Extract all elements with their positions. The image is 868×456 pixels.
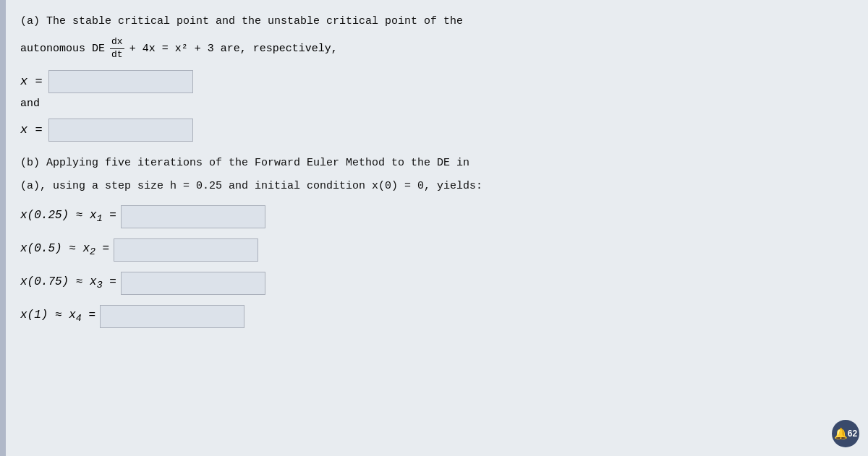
- x-unstable-input[interactable]: [48, 119, 193, 142]
- autonomous-de-label: autonomous DE: [20, 43, 105, 55]
- euler-row-x1: x(0.25) ≈ x1 =: [20, 205, 846, 228]
- left-sidebar-bar: [0, 0, 6, 456]
- stable-critical-point-row: x =: [20, 70, 846, 93]
- euler-label-x4: x(1) ≈ x4 =: [20, 309, 95, 324]
- fraction-numerator: dx: [110, 36, 124, 49]
- euler-input-x4[interactable]: [100, 305, 244, 328]
- euler-input-x2[interactable]: [114, 238, 258, 262]
- section-a: (a) The stable critical point and the un…: [20, 13, 846, 142]
- x-unstable-label: x =: [20, 123, 43, 137]
- euler-input-x3[interactable]: [121, 272, 265, 295]
- section-b: (b) Applying five iterations of the Forw…: [20, 155, 846, 328]
- euler-row-x3: x(0.75) ≈ x3 =: [20, 272, 846, 295]
- main-content-area: (a) The stable critical point and the un…: [6, 0, 868, 456]
- de-expression: + 4x = x² + 3 are, respectively,: [129, 43, 338, 55]
- euler-label-x3: x(0.75) ≈ x3 =: [20, 275, 116, 291]
- euler-input-x1[interactable]: [121, 205, 265, 228]
- fraction-dx-dt: dx dt: [110, 36, 124, 61]
- badge-count: 62: [848, 429, 857, 439]
- notification-badge[interactable]: 🔔62: [832, 420, 859, 447]
- de-line: autonomous DE dx dt + 4x = x² + 3 are, r…: [20, 36, 846, 61]
- section-b-heading-1: (b) Applying five iterations of the Forw…: [20, 155, 846, 172]
- x-stable-label: x =: [20, 74, 43, 88]
- unstable-critical-point-row: x =: [20, 119, 846, 142]
- and-separator: and: [20, 98, 846, 110]
- euler-label-x2: x(0.5) ≈ x2 =: [20, 242, 109, 257]
- fraction-denominator: dt: [110, 49, 124, 61]
- euler-label-x1: x(0.25) ≈ x1 =: [20, 209, 116, 224]
- section-a-heading: (a) The stable critical point and the un…: [20, 13, 846, 30]
- section-b-heading-2: (a), using a step size h = 0.25 and init…: [20, 178, 846, 195]
- euler-row-x4: x(1) ≈ x4 =: [20, 305, 846, 328]
- x-stable-input[interactable]: [48, 70, 193, 93]
- bell-icon: 🔔: [834, 427, 848, 440]
- euler-row-x2: x(0.5) ≈ x2 =: [20, 238, 846, 262]
